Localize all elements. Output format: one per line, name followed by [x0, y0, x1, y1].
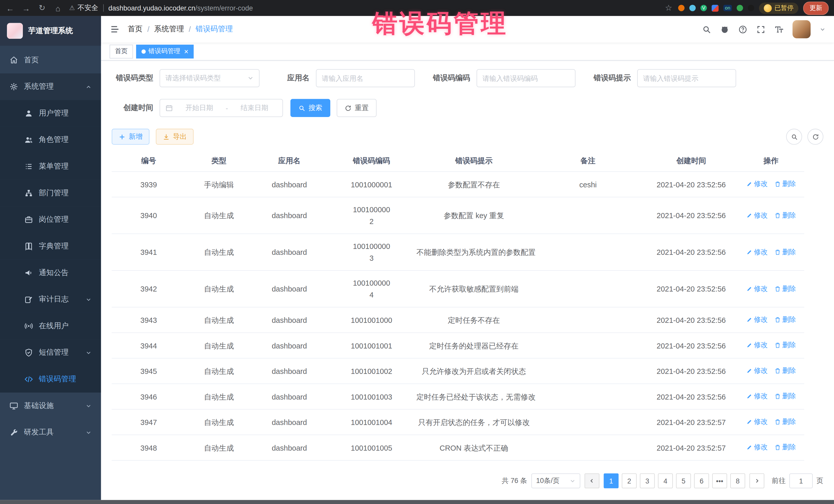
sidebar-item[interactable]: 基础设施	[0, 393, 101, 419]
delete-link[interactable]: 删除	[774, 390, 796, 402]
delete-link[interactable]: 删除	[774, 178, 796, 190]
delete-link[interactable]: 删除	[774, 441, 796, 453]
tab-item[interactable]: 错误码管理×	[136, 44, 194, 58]
sidebar-item[interactable]: 部门管理	[0, 180, 101, 206]
extension-icon[interactable]	[689, 5, 696, 11]
font-size-icon[interactable]	[774, 25, 784, 34]
chevron-down-icon[interactable]	[820, 26, 826, 32]
page-button[interactable]: 3	[640, 474, 655, 488]
page-button[interactable]: 1	[604, 474, 619, 488]
breadcrumb-item[interactable]: 系统管理	[154, 24, 184, 34]
error-code-input[interactable]	[482, 74, 570, 82]
reload-icon[interactable]: ↻	[37, 3, 47, 13]
close-icon[interactable]: ×	[184, 48, 188, 55]
export-button[interactable]: 导出	[156, 129, 194, 145]
filter-label: 创建时间	[112, 103, 160, 113]
app-name-input[interactable]	[322, 74, 409, 82]
sidebar-item[interactable]: 系统管理	[0, 73, 101, 100]
page-size-select[interactable]: 10条/页	[531, 474, 580, 488]
delete-link[interactable]: 删除	[774, 365, 796, 377]
refresh-table-button[interactable]	[807, 129, 823, 145]
extension-on-badge[interactable]: on	[723, 5, 732, 11]
trash-icon	[774, 285, 781, 292]
goto-page-input[interactable]	[789, 474, 813, 488]
page-button[interactable]: 5	[676, 474, 691, 488]
forward-icon[interactable]: →	[21, 3, 31, 12]
paused-badge[interactable]: 已暂停	[759, 2, 798, 14]
help-icon[interactable]	[738, 25, 747, 34]
security-chip[interactable]: ⚠ 不安全	[69, 3, 98, 13]
toggle-search-button[interactable]	[786, 129, 802, 145]
github-icon[interactable]	[720, 25, 729, 34]
edit-link[interactable]: 修改	[746, 210, 768, 221]
extension-icon[interactable]: V	[701, 5, 707, 11]
sidebar-item[interactable]: 通知公告	[0, 259, 101, 286]
search-icon[interactable]	[702, 25, 711, 34]
extension-icon[interactable]	[711, 5, 719, 12]
page-button[interactable]: 2	[622, 474, 637, 488]
breadcrumb-item[interactable]: 首页	[128, 24, 142, 34]
page-button[interactable]: 4	[658, 474, 673, 488]
error-hint-input[interactable]	[643, 74, 730, 82]
add-button[interactable]: 新增	[112, 129, 149, 145]
extension-icon[interactable]	[737, 5, 743, 11]
sidebar-item[interactable]: 研发工具	[0, 419, 101, 446]
edit-link[interactable]: 修改	[746, 416, 768, 428]
user-avatar[interactable]	[792, 20, 810, 38]
edit-link[interactable]: 修改	[746, 390, 768, 402]
edit-icon	[24, 295, 33, 304]
cell-id: 3941	[112, 240, 185, 264]
edit-link[interactable]: 修改	[746, 283, 768, 294]
search-button[interactable]: 搜索	[290, 99, 330, 117]
error-type-select[interactable]: 请选择错误码类型	[160, 69, 260, 87]
date-range-picker[interactable]: 开始日期 - 结束日期	[160, 99, 283, 117]
prev-page-button[interactable]	[585, 474, 599, 488]
sidebar-item[interactable]: 岗位管理	[0, 206, 101, 233]
more-pages-button[interactable]: •••	[712, 474, 727, 488]
cell-code: 100100000 4	[327, 271, 416, 307]
delete-link[interactable]: 删除	[774, 246, 796, 258]
sidebar-item[interactable]: 首页	[0, 47, 101, 73]
logo[interactable]: 芋道管理系统	[0, 16, 101, 46]
breadcrumb-item[interactable]: 错误码管理	[196, 24, 233, 34]
reset-button[interactable]: 重置	[337, 99, 376, 117]
next-page-button[interactable]	[749, 474, 764, 488]
edit-link[interactable]: 修改	[746, 246, 768, 258]
delete-link[interactable]: 删除	[774, 283, 796, 294]
delete-link[interactable]: 删除	[774, 210, 796, 221]
sidebar-item[interactable]: 在线用户	[0, 313, 101, 339]
table-row: 3944 自动生成 dashboard 1001001001 定时任务的处理器已…	[112, 333, 804, 358]
sidebar-item[interactable]: 短信管理	[0, 339, 101, 366]
extension-icon[interactable]	[678, 5, 685, 11]
bookmark-star-icon[interactable]: ☆	[664, 3, 673, 13]
edit-link[interactable]: 修改	[746, 365, 768, 377]
edit-link[interactable]: 修改	[746, 339, 768, 351]
fullscreen-icon[interactable]	[756, 25, 765, 34]
back-icon[interactable]: ←	[5, 3, 15, 12]
sidebar-item[interactable]: 审计日志	[0, 286, 101, 313]
browser-home-icon[interactable]: ⌂	[53, 3, 63, 12]
address-bar[interactable]: ⚠ 不安全 dashboard.yudao.iocoder.cn/system/…	[69, 3, 657, 13]
delete-link[interactable]: 删除	[774, 339, 796, 351]
edit-link[interactable]: 修改	[746, 178, 768, 190]
tab-item[interactable]: 首页	[110, 44, 133, 58]
window-edge	[0, 500, 834, 504]
pencil-icon	[746, 393, 752, 399]
cell-id: 3946	[112, 385, 185, 409]
sidebar-item[interactable]: 角色管理	[0, 127, 101, 153]
delete-link[interactable]: 删除	[774, 416, 796, 428]
hamburger-icon[interactable]	[110, 24, 120, 35]
pencil-icon	[746, 419, 752, 425]
delete-link[interactable]: 删除	[774, 314, 796, 326]
edit-link[interactable]: 修改	[746, 314, 768, 326]
page-button[interactable]: 6	[694, 474, 709, 488]
sidebar-item[interactable]: 错误码管理	[0, 366, 101, 393]
update-button[interactable]: 更新	[803, 1, 829, 15]
extension-icon[interactable]	[748, 5, 754, 11]
edit-link[interactable]: 修改	[746, 441, 768, 453]
sidebar-item[interactable]: 菜单管理	[0, 153, 101, 180]
cell-id: 3948	[112, 436, 185, 460]
sidebar-item[interactable]: 字典管理	[0, 233, 101, 260]
page-button[interactable]: 8	[730, 474, 745, 488]
sidebar-item[interactable]: 用户管理	[0, 100, 101, 127]
